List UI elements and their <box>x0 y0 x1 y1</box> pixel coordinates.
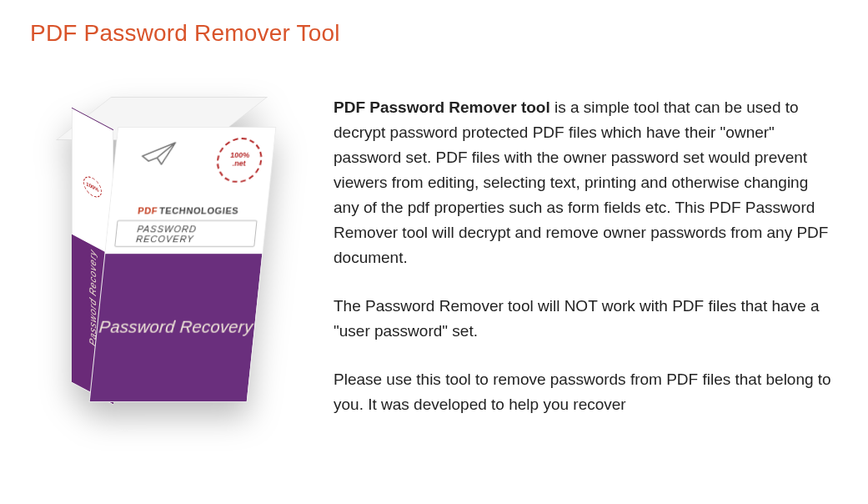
product-box-image: 100% Password Recovery 100% .net PDFTECH… <box>30 95 297 419</box>
badge-bottom-text: .net <box>232 160 246 169</box>
paragraph-1-rest: is a simple tool that can be used to dec… <box>334 98 828 266</box>
description-paragraph-3: Please use this tool to remove passwords… <box>334 367 838 417</box>
badge-icon: 100% <box>83 173 102 201</box>
brand-tech-text: TECHNOLOGIES <box>159 205 239 215</box>
brand-logo: PDFTECHNOLOGIES <box>138 205 239 215</box>
description-paragraph-1: PDF Password Remover tool is a simple to… <box>334 95 838 270</box>
paper-plane-icon <box>139 141 179 171</box>
software-box: 100% Password Recovery 100% .net PDFTECH… <box>55 118 272 419</box>
content-row: 100% Password Recovery 100% .net PDFTECH… <box>30 95 838 419</box>
subbrand-label: PASSWORD RECOVERY <box>114 220 257 247</box>
description-column: PDF Password Remover tool is a simple to… <box>334 95 838 417</box>
box-front-label: Password Recovery <box>90 254 263 401</box>
page-title: PDF Password Remover Tool <box>30 20 838 47</box>
brand-pdf-text: PDF <box>138 205 158 215</box>
guarantee-badge-icon: 100% .net <box>214 138 264 183</box>
box-front-face: 100% .net PDFTECHNOLOGIES PASSWORD RECOV… <box>89 127 277 402</box>
lead-bold-text: PDF Password Remover tool <box>334 98 550 116</box>
description-paragraph-2: The Password Remover tool will NOT work … <box>334 294 838 344</box>
